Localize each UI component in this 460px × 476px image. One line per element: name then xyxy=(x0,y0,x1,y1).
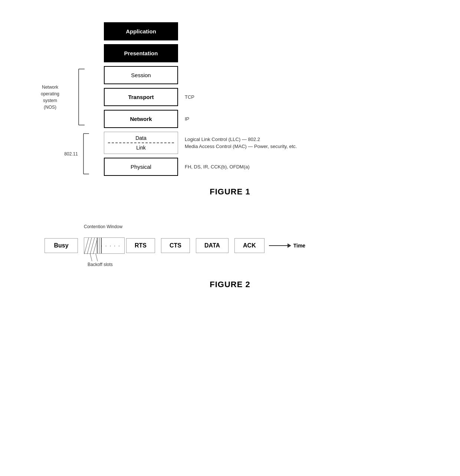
timeline-row: Busy Contention Window xyxy=(45,237,438,254)
802-bracket-icon xyxy=(80,132,91,176)
transport-label: Transport xyxy=(128,94,154,100)
network-label: Network xyxy=(130,116,152,122)
contention-box: · · · · · · xyxy=(84,237,125,254)
802-label: 802.11 xyxy=(52,151,78,157)
transport-annotation: TCP xyxy=(185,94,194,100)
802-section: 802.11 Data Link xyxy=(104,132,438,176)
cts-box: CTS xyxy=(161,238,190,253)
datalink-annotations: Logical Link Control (LLC) — 802.2 Media… xyxy=(185,137,297,149)
contention-window-label: Contention Window xyxy=(84,224,122,229)
arrow-head-icon xyxy=(288,243,291,248)
802-inner: Data Link Logical Link Control (LLC) — 8… xyxy=(104,132,438,176)
ack-box: ACK xyxy=(234,238,264,253)
figure1-container: Application Presentation Network operati… xyxy=(22,15,438,197)
dots: · · · · · · xyxy=(96,243,121,249)
rts-box: RTS xyxy=(126,238,155,253)
figure1-caption: FIGURE 1 xyxy=(22,187,438,197)
datalink-annotation-top: Logical Link Control (LLC) — 802.2 xyxy=(185,137,297,142)
time-label: Time xyxy=(293,243,305,249)
nos-bracket-icon xyxy=(74,66,89,128)
busy-box: Busy xyxy=(45,238,78,253)
arrow-line xyxy=(269,245,288,246)
datalink-row: Data Link Logical Link Control (LLC) — 8… xyxy=(104,132,438,154)
network-layer: Network xyxy=(104,110,178,128)
session-layer: Session xyxy=(104,66,178,84)
datalink-annotation-bottom: Media Access Control (MAC) — Power, secu… xyxy=(185,144,297,149)
datalink-layer: Data Link xyxy=(104,132,178,154)
backoff-label: Backoff slots xyxy=(88,262,113,267)
nos-label: Network operating system (NOS) xyxy=(33,84,67,111)
application-layer: Application xyxy=(104,22,178,40)
presentation-label: Presentation xyxy=(124,50,158,56)
application-row: Application xyxy=(104,22,438,40)
svg-line-11 xyxy=(96,254,98,261)
physical-row: Physical FH, DS, IR, CCK(b), OFDM(a) xyxy=(104,158,438,176)
time-arrow: Time xyxy=(269,243,305,249)
figure2-caption: FIGURE 2 xyxy=(22,280,438,289)
transport-layer: Transport xyxy=(104,88,178,106)
session-label: Session xyxy=(131,72,151,78)
contention-area: Contention Window xyxy=(84,237,125,254)
page-container: Application Presentation Network operati… xyxy=(0,0,460,319)
svg-line-10 xyxy=(90,254,92,261)
nos-section: Network operating system (NOS) Session xyxy=(104,66,438,128)
datalink-top: Data xyxy=(104,132,178,142)
nos-inner: Session Transport TCP xyxy=(104,66,438,128)
data-box: DATA xyxy=(196,238,229,253)
datalink-bottom: Link xyxy=(104,143,178,154)
physical-layer: Physical xyxy=(104,158,178,176)
transport-row: Transport TCP xyxy=(104,88,438,106)
presentation-row: Presentation xyxy=(104,44,438,62)
figure2-container: Busy Contention Window xyxy=(22,211,438,289)
session-row: Session xyxy=(104,66,438,84)
backoff-arrows-icon xyxy=(88,254,107,261)
network-annotation: IP xyxy=(185,116,189,122)
presentation-layer: Presentation xyxy=(104,44,178,62)
network-row: Network IP xyxy=(104,110,438,128)
physical-annotation: FH, DS, IR, CCK(b), OFDM(a) xyxy=(185,164,250,170)
